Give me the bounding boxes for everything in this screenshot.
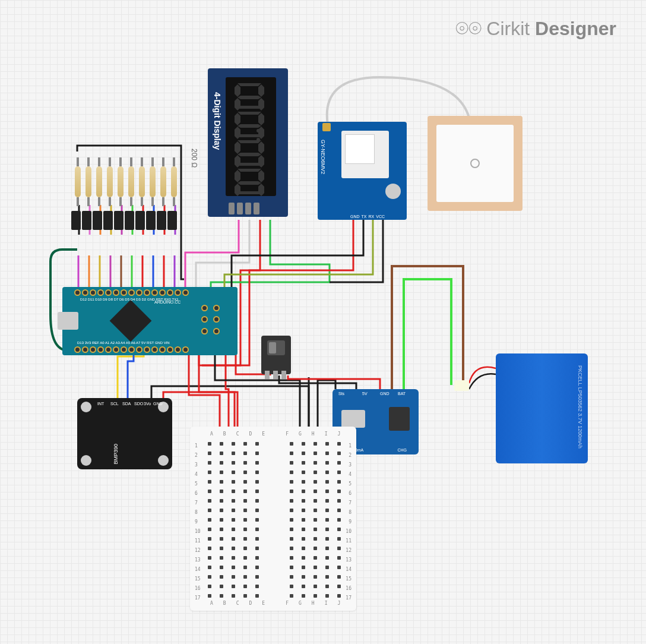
- antenna-feed-icon: [470, 159, 480, 168]
- component-resistor-array[interactable]: 200 Ω: [71, 146, 190, 247]
- breadboard-cols-top: ABCDE FGHIJ: [210, 431, 340, 437]
- nano-pins-bottom: [74, 346, 189, 353]
- display-pins: [229, 203, 259, 214]
- antenna-patch: [436, 125, 514, 202]
- switch-slider: [267, 340, 285, 355]
- nano-mcu-chip: [110, 300, 152, 342]
- gps-antenna-connector: [322, 123, 331, 131]
- bmp-name: BMP390: [113, 444, 119, 465]
- battery-connector: [454, 380, 469, 391]
- resistor-value-label: 200 Ω: [190, 149, 198, 168]
- svg-point-17: [256, 129, 260, 132]
- resistors: [75, 166, 177, 197]
- component-bmp390[interactable]: INT SCL SDA SDO 3Vo GND BMP390: [77, 398, 172, 469]
- switch-pins: [265, 371, 286, 379]
- breadboard-holes: [208, 442, 344, 603]
- breadboard-rows-left: 1234567891011121314151617: [195, 443, 201, 601]
- component-breadboard[interactable]: ABCDE FGHIJ ABCDE FGHIJ 1234567891011121…: [190, 427, 356, 611]
- gps-chip: [341, 131, 389, 178]
- battery-label: PKCELL LP503562 3.7V 1200mAh: [577, 365, 583, 449]
- component-arduino-nano[interactable]: ARDUINO.CC D12 D11 D10 D9 D8 D7 D6 D5 D4…: [62, 287, 238, 355]
- nano-pin-label-bottom: D13 3V3 REF A0 A1 A2 A3 A4 A5 A6 A7 5V R…: [77, 341, 170, 345]
- breadboard-rows-right: 1234567891011121314151617: [346, 443, 352, 601]
- gps-backup-battery: [385, 184, 401, 199]
- nano-icsp: [201, 305, 223, 337]
- nano-pin-label: D12 D11 D10 D9 D8 D7 D6 D5 D4 D3 D2 GND …: [80, 298, 179, 301]
- component-antenna[interactable]: [428, 116, 522, 211]
- component-battery[interactable]: PKCELL LP503562 3.7V 1200mAh: [496, 353, 588, 463]
- pin-header: [71, 211, 177, 230]
- component-switch[interactable]: [261, 336, 291, 374]
- display-screen: [226, 77, 276, 196]
- gps-pins: GND TX RX VCC: [350, 214, 385, 219]
- charger-usb-port: [341, 410, 365, 428]
- charger-jst-port: [389, 407, 410, 431]
- nano-usb-port: [58, 312, 78, 330]
- component-display[interactable]: 4-Digit Display: [208, 68, 288, 217]
- nano-pins-top: [74, 289, 189, 296]
- component-gps[interactable]: GY-NEO6MV2 GND TX RX VCC: [318, 122, 407, 220]
- svg-point-18: [256, 138, 260, 141]
- display-label: 4-Digit Display: [213, 92, 222, 150]
- switch-knob: [269, 342, 276, 353]
- gps-label: GY-NEO6MV2: [320, 140, 326, 174]
